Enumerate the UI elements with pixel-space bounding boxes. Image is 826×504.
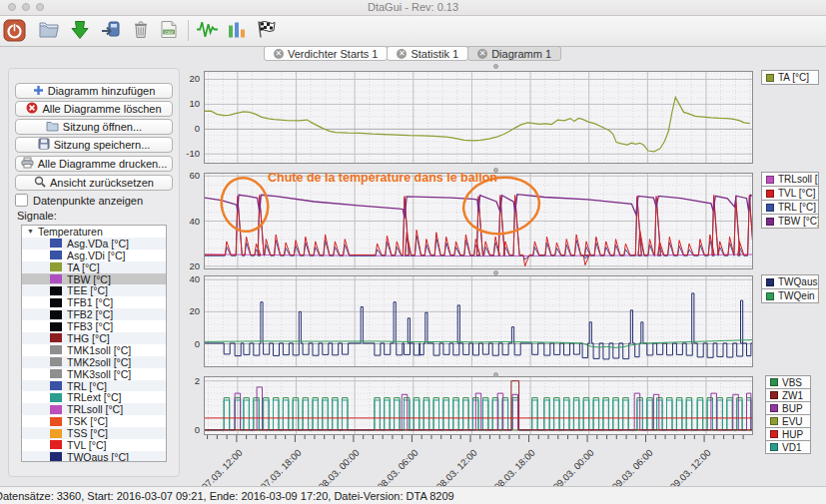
legend-color-swatch xyxy=(770,417,778,425)
legend-item-hup: HUP xyxy=(765,427,811,441)
y-axis-tick-label: 0 xyxy=(168,123,200,134)
signal-color-swatch xyxy=(50,239,62,248)
legend-color-swatch xyxy=(766,204,774,212)
tab-diagramm-1[interactable]: ✕Diagramm 1 xyxy=(467,46,561,61)
signal-item-tbw[interactable]: TBW [°C] xyxy=(22,273,166,285)
print-icon xyxy=(21,157,34,171)
tree-node-temperaturen[interactable]: ▼Temperaturen xyxy=(22,226,166,238)
signal-item-trl[interactable]: TRL [°C] xyxy=(22,380,166,392)
legend-color-swatch xyxy=(766,292,774,300)
signals-list[interactable]: ▼TemperaturenAsg.VDa [°C]Asg.VDi [°C]TA … xyxy=(21,225,167,462)
toolbar-icon-power[interactable] xyxy=(3,19,26,46)
y-axis-tick-label: 20 xyxy=(168,260,200,271)
legend-label: TVL [°C] xyxy=(778,188,816,199)
chart-2-plot[interactable] xyxy=(204,173,753,269)
splitter-handle[interactable] xyxy=(493,270,498,275)
alle-diagramme-drucken-button[interactable]: Alle Diagramme drucken... xyxy=(15,156,173,172)
tab-label: Verdichter Starts 1 xyxy=(288,48,379,60)
legend-color-swatch xyxy=(770,430,778,438)
legend-label: TA [°C] xyxy=(778,72,809,83)
button-label: Alle Diagramme löschen xyxy=(42,103,161,115)
signal-color-swatch xyxy=(50,429,62,438)
svg-text:CSV: CSV xyxy=(165,30,174,35)
signal-item-asg.vdi[interactable]: Asg.VDi [°C] xyxy=(22,250,166,261)
signal-item-trlext[interactable]: TRLext [°C] xyxy=(22,391,166,403)
sidebar-panel: Datenpunkte anzeigen Signale: ▼Temperatu… xyxy=(8,68,180,477)
y-axis-tick-label: 0 xyxy=(168,338,200,349)
alle-diagramme-löschen-button[interactable]: Alle Diagramme löschen xyxy=(15,101,173,117)
signal-item-trlsoll[interactable]: TRLsoll [°C] xyxy=(22,403,166,415)
signal-label: TSK [°C] xyxy=(67,415,108,427)
signal-color-swatch xyxy=(50,310,62,319)
ansicht-zurücksetzen-button[interactable]: Ansicht zurücksetzen xyxy=(15,175,173,191)
signal-label: TSS [°C] xyxy=(67,427,108,439)
signal-item-tmk2soll[interactable]: TMK2soll [°C] xyxy=(22,356,166,368)
button-label: Ansicht zurücksetzen xyxy=(50,177,154,189)
toolbar-icon-download[interactable] xyxy=(70,19,90,44)
toolbar-icon-signal-view[interactable] xyxy=(196,19,219,44)
signal-item-tee[interactable]: TEE [°C] xyxy=(22,284,166,296)
signal-label: TWQaus [°C] xyxy=(67,451,129,462)
show-datapoints-checkbox[interactable] xyxy=(15,194,28,207)
tab-bar: ✕Verdichter Starts 1✕Statistik 1✕Diagram… xyxy=(0,46,826,63)
signal-label: TFB1 [°C] xyxy=(67,296,113,308)
signal-item-tfb1[interactable]: TFB1 [°C] xyxy=(22,296,166,308)
legend-label: TRL [°C] xyxy=(778,202,816,213)
legend-label: TWQein [°C] xyxy=(778,290,819,301)
toolbar-icon-chart-view[interactable] xyxy=(227,19,247,44)
signal-color-swatch xyxy=(50,251,62,259)
remove-icon xyxy=(26,102,38,116)
sitzung-öffnen-button[interactable]: Sitzung öffnen... xyxy=(15,119,173,135)
tab-close-icon[interactable]: ✕ xyxy=(274,49,284,59)
legend-color-swatch xyxy=(766,278,774,286)
legend-label: HUP xyxy=(782,429,803,440)
signal-item-tvl[interactable]: TVL [°C] xyxy=(22,439,166,451)
signal-item-tmk3soll[interactable]: TMK3soll [°C] xyxy=(22,368,166,380)
sitzung-speichern-button[interactable]: Sitzung speichern... xyxy=(15,137,173,153)
tab-close-icon[interactable]: ✕ xyxy=(477,49,487,59)
signal-item-thg[interactable]: THG [°C] xyxy=(22,332,166,344)
signal-item-tfb2[interactable]: TFB2 [°C] xyxy=(22,308,166,320)
legend-item-zw1: ZW1 xyxy=(765,388,811,402)
title-bar[interactable]: DtaGui - Rev: 0.13 xyxy=(0,0,826,16)
signal-item-tfb3[interactable]: TFB3 [°C] xyxy=(22,320,166,332)
chart-3-legend: TWQaus [°C]TWQein [°C] xyxy=(761,275,819,303)
tree-expand-icon[interactable]: ▼ xyxy=(27,228,34,235)
chart-2-legend: TRLsoll [°C]TVL [°C]TRL [°C]TBW [°C] xyxy=(761,173,819,229)
legend-item-tvl: TVL [°C] xyxy=(761,186,819,201)
x-axis-ticks xyxy=(204,435,751,443)
signal-item-tmk1soll[interactable]: TMK1soll [°C] xyxy=(22,344,166,356)
toolbar-separator xyxy=(188,20,189,41)
signal-label: TMK3soll [°C] xyxy=(67,368,131,380)
toolbar: CSV xyxy=(0,16,826,47)
legend-label: ZW1 xyxy=(782,390,803,401)
splitter-handle[interactable] xyxy=(493,372,498,377)
diagramm-hinzufügen-button[interactable]: Diagramm hinzufügen xyxy=(15,83,173,99)
signal-item-tss[interactable]: TSS [°C] xyxy=(22,427,166,439)
signal-label: TEE [°C] xyxy=(67,284,108,296)
toolbar-icon-open-folder[interactable] xyxy=(38,19,60,44)
toolbar-icon-import[interactable] xyxy=(100,19,121,44)
signal-item-tsk[interactable]: TSK [°C] xyxy=(22,415,166,427)
tab-label: Diagramm 1 xyxy=(491,48,551,60)
tab-statistik-1[interactable]: ✕Statistik 1 xyxy=(387,46,468,61)
signal-item-twqaus[interactable]: TWQaus [°C] xyxy=(22,451,166,462)
signal-item-asg.vda[interactable]: Asg.VDa [°C] xyxy=(22,238,166,250)
signal-item-ta[interactable]: TA [°C] xyxy=(22,261,166,273)
toolbar-icon-finish-flag[interactable] xyxy=(255,19,277,44)
legend-color-swatch xyxy=(770,391,778,399)
signal-color-swatch xyxy=(50,298,62,307)
signal-label: THG [°C] xyxy=(67,332,110,344)
tab-close-icon[interactable]: ✕ xyxy=(397,49,407,59)
splitter-handle[interactable] xyxy=(493,64,498,69)
signal-label: TRLext [°C] xyxy=(67,391,121,403)
splitter-handle[interactable] xyxy=(493,168,498,173)
chart-4-plot[interactable] xyxy=(204,376,753,435)
toolbar-icon-delete[interactable] xyxy=(131,19,151,44)
chart-1-plot[interactable] xyxy=(204,71,753,164)
toolbar-icon-export-csv[interactable]: CSV xyxy=(160,19,178,44)
tab-verdichter-starts-1[interactable]: ✕Verdichter Starts 1 xyxy=(264,46,389,61)
folder-icon xyxy=(46,121,59,134)
signal-color-swatch xyxy=(50,452,62,461)
chart-3-plot[interactable] xyxy=(204,275,753,367)
